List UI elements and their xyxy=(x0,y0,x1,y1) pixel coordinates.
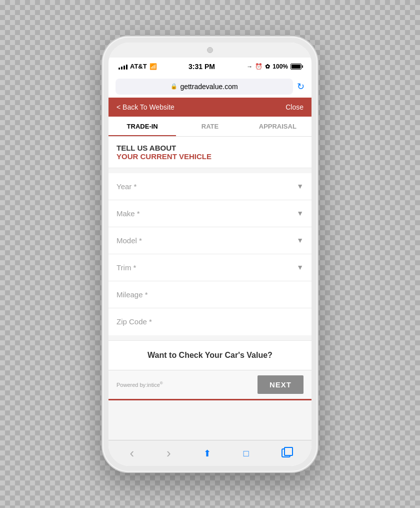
page-content: TELL US ABOUT YOUR CURRENT VEHICLE Year … xyxy=(108,137,312,440)
section-title-top: TELL US ABOUT xyxy=(116,144,304,152)
make-label: Make * xyxy=(116,209,140,218)
section-header: TELL US ABOUT YOUR CURRENT VEHICLE xyxy=(108,137,312,168)
share-icon xyxy=(204,447,211,459)
status-left: AT&T 📶 xyxy=(118,63,157,70)
forward-arrow-icon xyxy=(166,445,171,461)
status-right: → ⏰ ✿ 100% xyxy=(246,63,302,70)
close-button[interactable]: Close xyxy=(286,103,304,111)
alarm-icon: ⏰ xyxy=(255,63,262,70)
footer-bar: Powered by:intice® NEXT xyxy=(108,370,312,399)
battery-text: 100% xyxy=(272,63,288,70)
trim-label: Trim * xyxy=(116,263,136,272)
tabs-icon xyxy=(282,448,290,457)
battery-fill xyxy=(292,65,300,69)
url-bar: 🔒 gettradevalue.com ↻ xyxy=(108,76,312,98)
back-to-website-link[interactable]: < Back To Website xyxy=(116,103,174,111)
make-field[interactable]: Make * ▼ xyxy=(108,200,312,227)
powered-by-text: Powered by:intice® xyxy=(116,381,163,388)
refresh-button[interactable]: ↻ xyxy=(297,81,304,92)
back-arrow-icon xyxy=(130,445,134,461)
red-line xyxy=(108,399,312,400)
signal-bar-4 xyxy=(126,65,128,70)
signal-bar-3 xyxy=(124,66,125,70)
signal-bar-2 xyxy=(121,67,122,70)
model-field[interactable]: Model * ▼ xyxy=(108,227,312,254)
next-button[interactable]: NEXT xyxy=(258,375,304,394)
signal-bar-1 xyxy=(118,68,120,70)
trim-chevron: ▼ xyxy=(296,263,304,271)
forward-button[interactable] xyxy=(160,442,178,464)
bluetooth-icon: ✿ xyxy=(265,63,270,70)
url-text: gettradevalue.com xyxy=(180,83,238,91)
model-chevron: ▼ xyxy=(296,236,304,244)
check-value-text: Want to Check Your Car's Value? xyxy=(148,351,272,359)
phone-top-bar xyxy=(108,43,312,58)
check-value-section: Want to Check Your Car's Value? xyxy=(108,340,312,370)
back-bar: < Back To Website Close xyxy=(108,98,312,117)
zipcode-label: Zip Code * xyxy=(116,317,152,326)
model-label: Model * xyxy=(116,236,142,245)
bookmark-icon xyxy=(244,447,249,459)
bookmarks-button[interactable] xyxy=(236,444,256,462)
phone-camera xyxy=(207,47,213,53)
wifi-icon: 📶 xyxy=(150,63,157,70)
tab-trade-in[interactable]: TRADE-IN xyxy=(108,117,176,136)
section-title-bottom: YOUR CURRENT VEHICLE xyxy=(116,152,304,161)
mileage-field[interactable]: Mileage * xyxy=(108,281,312,308)
time-display: 3:31 PM xyxy=(188,63,215,71)
trim-field[interactable]: Trim * ▼ xyxy=(108,254,312,281)
tab-rate[interactable]: RATE xyxy=(176,117,244,136)
tabs-bar: TRADE-IN RATE APPRAISAL xyxy=(108,117,312,137)
make-chevron: ▼ xyxy=(296,209,304,217)
url-field[interactable]: 🔒 gettradevalue.com xyxy=(116,79,293,95)
year-field[interactable]: Year * ▼ xyxy=(108,173,312,200)
zipcode-field[interactable]: Zip Code * xyxy=(108,308,312,335)
share-button[interactable] xyxy=(196,444,218,462)
back-button[interactable] xyxy=(122,442,141,464)
year-label: Year * xyxy=(116,182,136,191)
status-bar: AT&T 📶 3:31 PM → ⏰ ✿ 100% xyxy=(108,58,312,76)
form-section: Year * ▼ Make * ▼ Model * ▼ Trim * ▼ Mil… xyxy=(108,173,312,335)
signal-bars xyxy=(118,64,128,70)
mileage-label: Mileage * xyxy=(116,290,148,299)
location-icon: → xyxy=(246,63,252,70)
battery-icon xyxy=(290,64,302,70)
carrier-text: AT&T xyxy=(130,63,147,70)
lock-icon: 🔒 xyxy=(170,83,178,90)
safari-bottom-bar xyxy=(108,440,312,466)
tab-appraisal[interactable]: APPRAISAL xyxy=(244,117,312,136)
tabs-button[interactable] xyxy=(274,445,298,460)
year-chevron: ▼ xyxy=(296,182,304,190)
